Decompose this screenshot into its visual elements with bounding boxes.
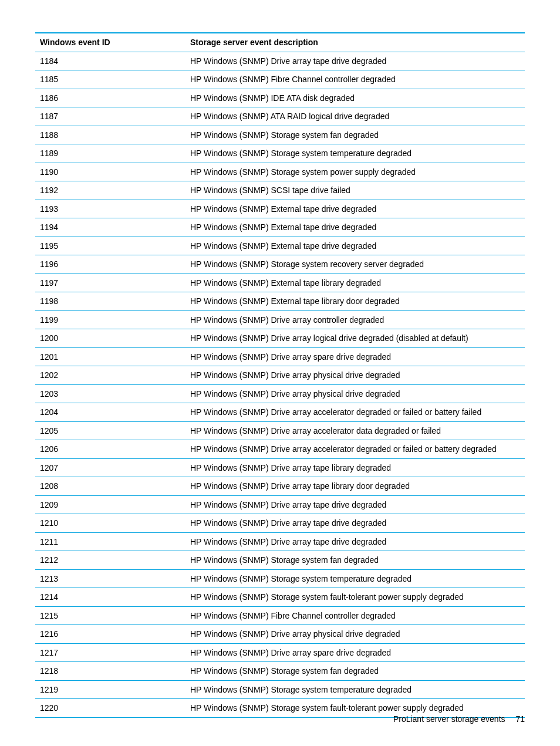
cell-event-description: HP Windows (SNMP) Drive array spare driv…	[185, 347, 525, 366]
cell-event-id: 1209	[35, 495, 185, 514]
page-number: 71	[515, 714, 525, 724]
cell-event-description: HP Windows (SNMP) External tape library …	[185, 274, 525, 292]
table-row: 1207HP Windows (SNMP) Drive array tape l…	[35, 458, 525, 477]
cell-event-id: 1214	[35, 588, 185, 607]
cell-event-description: HP Windows (SNMP) Fibre Channel controll…	[185, 606, 525, 625]
cell-event-description: HP Windows (SNMP) Drive array accelerato…	[185, 440, 525, 459]
cell-event-description: HP Windows (SNMP) Drive array tape drive…	[185, 532, 525, 551]
cell-event-description: HP Windows (SNMP) Drive array tape drive…	[185, 52, 525, 70]
cell-event-description: HP Windows (SNMP) Storage system fault-t…	[185, 588, 525, 607]
table-row: 1196HP Windows (SNMP) Storage system rec…	[35, 255, 525, 274]
cell-event-id: 1216	[35, 625, 185, 644]
table-row: 1210HP Windows (SNMP) Drive array tape d…	[35, 514, 525, 533]
cell-event-description: HP Windows (SNMP) External tape drive de…	[185, 218, 525, 237]
cell-event-description: HP Windows (SNMP) Drive array tape drive…	[185, 514, 525, 533]
events-table: Windows event ID Storage server event de…	[35, 32, 525, 718]
cell-event-id: 1206	[35, 440, 185, 459]
cell-event-id: 1193	[35, 200, 185, 218]
table-row: 1186HP Windows (SNMP) IDE ATA disk degra…	[35, 89, 525, 107]
cell-event-id: 1210	[35, 514, 185, 533]
cell-event-id: 1192	[35, 181, 185, 200]
table-row: 1217HP Windows (SNMP) Drive array spare …	[35, 643, 525, 662]
table-row: 1209HP Windows (SNMP) Drive array tape d…	[35, 495, 525, 514]
cell-event-id: 1213	[35, 569, 185, 588]
cell-event-description: HP Windows (SNMP) Storage system tempera…	[185, 569, 525, 588]
cell-event-description: HP Windows (SNMP) Drive array controller…	[185, 310, 525, 329]
cell-event-id: 1197	[35, 274, 185, 292]
table-row: 1215HP Windows (SNMP) Fibre Channel cont…	[35, 606, 525, 625]
cell-event-id: 1195	[35, 237, 185, 255]
cell-event-id: 1204	[35, 403, 185, 422]
table-row: 1195HP Windows (SNMP) External tape driv…	[35, 237, 525, 255]
cell-event-id: 1194	[35, 218, 185, 237]
cell-event-id: 1205	[35, 421, 185, 440]
cell-event-description: HP Windows (SNMP) Drive array tape libra…	[185, 477, 525, 496]
cell-event-id: 1185	[35, 70, 185, 89]
cell-event-description: HP Windows (SNMP) Drive array logical dr…	[185, 329, 525, 348]
table-row: 1197HP Windows (SNMP) External tape libr…	[35, 274, 525, 292]
cell-event-description: HP Windows (SNMP) Drive array spare driv…	[185, 643, 525, 662]
cell-event-id: 1199	[35, 310, 185, 329]
cell-event-description: HP Windows (SNMP) External tape drive de…	[185, 237, 525, 255]
cell-event-description: HP Windows (SNMP) Storage system fan deg…	[185, 126, 525, 144]
cell-event-id: 1218	[35, 662, 185, 681]
cell-event-description: HP Windows (SNMP) Storage system tempera…	[185, 144, 525, 163]
cell-event-id: 1211	[35, 532, 185, 551]
cell-event-description: HP Windows (SNMP) Drive array physical d…	[185, 625, 525, 644]
cell-event-id: 1187	[35, 107, 185, 126]
header-event-id: Windows event ID	[35, 33, 185, 52]
cell-event-id: 1189	[35, 144, 185, 163]
table-row: 1190HP Windows (SNMP) Storage system pow…	[35, 163, 525, 181]
cell-event-description: HP Windows (SNMP) Storage system fan deg…	[185, 662, 525, 681]
table-row: 1198HP Windows (SNMP) External tape libr…	[35, 292, 525, 311]
table-header-row: Windows event ID Storage server event de…	[35, 33, 525, 52]
cell-event-description: HP Windows (SNMP) External tape drive de…	[185, 200, 525, 218]
table-row: 1203HP Windows (SNMP) Drive array physic…	[35, 384, 525, 403]
table-row: 1188HP Windows (SNMP) Storage system fan…	[35, 126, 525, 144]
cell-event-description: HP Windows (SNMP) ATA RAID logical drive…	[185, 107, 525, 126]
cell-event-id: 1196	[35, 255, 185, 274]
cell-event-description: HP Windows (SNMP) Storage system tempera…	[185, 680, 525, 699]
cell-event-description: HP Windows (SNMP) Storage system power s…	[185, 163, 525, 181]
table-row: 1208HP Windows (SNMP) Drive array tape l…	[35, 477, 525, 496]
document-page: Windows event ID Storage server event de…	[0, 0, 560, 746]
cell-event-id: 1201	[35, 347, 185, 366]
table-row: 1214HP Windows (SNMP) Storage system fau…	[35, 588, 525, 607]
table-row: 1200HP Windows (SNMP) Drive array logica…	[35, 329, 525, 348]
page-footer: ProLiant server storage events 71	[393, 714, 525, 724]
cell-event-description: HP Windows (SNMP) Fibre Channel controll…	[185, 70, 525, 89]
table-row: 1185HP Windows (SNMP) Fibre Channel cont…	[35, 70, 525, 89]
table-row: 1218HP Windows (SNMP) Storage system fan…	[35, 662, 525, 681]
table-row: 1212HP Windows (SNMP) Storage system fan…	[35, 551, 525, 570]
cell-event-id: 1207	[35, 458, 185, 477]
cell-event-id: 1188	[35, 126, 185, 144]
table-row: 1206HP Windows (SNMP) Drive array accele…	[35, 440, 525, 459]
table-row: 1189HP Windows (SNMP) Storage system tem…	[35, 144, 525, 163]
cell-event-id: 1219	[35, 680, 185, 699]
cell-event-description: HP Windows (SNMP) Drive array physical d…	[185, 384, 525, 403]
cell-event-description: HP Windows (SNMP) Drive array accelerato…	[185, 421, 525, 440]
table-row: 1219HP Windows (SNMP) Storage system tem…	[35, 680, 525, 699]
table-row: 1202HP Windows (SNMP) Drive array physic…	[35, 366, 525, 385]
header-event-description: Storage server event description	[185, 33, 525, 52]
table-row: 1187HP Windows (SNMP) ATA RAID logical d…	[35, 107, 525, 126]
cell-event-id: 1198	[35, 292, 185, 311]
table-row: 1201HP Windows (SNMP) Drive array spare …	[35, 347, 525, 366]
footer-text: ProLiant server storage events	[393, 714, 505, 724]
table-row: 1216HP Windows (SNMP) Drive array physic…	[35, 625, 525, 644]
cell-event-id: 1212	[35, 551, 185, 570]
cell-event-description: HP Windows (SNMP) Storage system recover…	[185, 255, 525, 274]
cell-event-id: 1203	[35, 384, 185, 403]
cell-event-description: HP Windows (SNMP) Drive array physical d…	[185, 366, 525, 385]
table-row: 1205HP Windows (SNMP) Drive array accele…	[35, 421, 525, 440]
cell-event-id: 1186	[35, 89, 185, 107]
table-row: 1211HP Windows (SNMP) Drive array tape d…	[35, 532, 525, 551]
cell-event-description: HP Windows (SNMP) Drive array tape libra…	[185, 458, 525, 477]
cell-event-description: HP Windows (SNMP) Drive array accelerato…	[185, 403, 525, 422]
cell-event-id: 1184	[35, 52, 185, 70]
table-row: 1192HP Windows (SNMP) SCSI tape drive fa…	[35, 181, 525, 200]
cell-event-id: 1208	[35, 477, 185, 496]
cell-event-description: HP Windows (SNMP) IDE ATA disk degraded	[185, 89, 525, 107]
table-row: 1184HP Windows (SNMP) Drive array tape d…	[35, 52, 525, 70]
cell-event-id: 1202	[35, 366, 185, 385]
